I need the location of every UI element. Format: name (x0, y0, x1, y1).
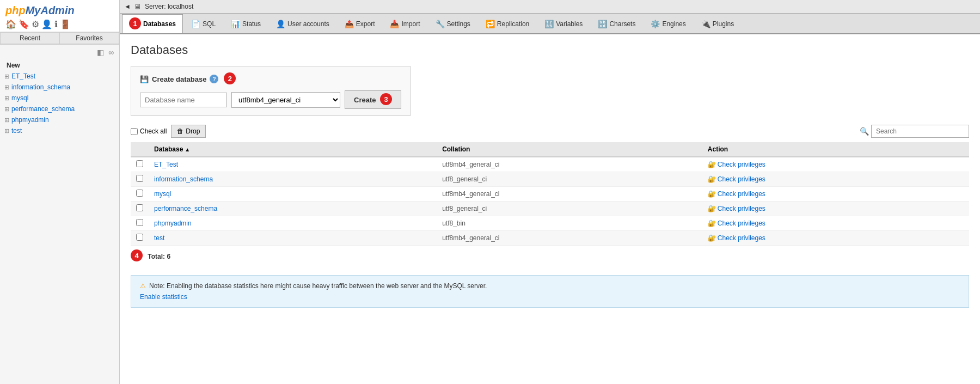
drop-button-label: Drop (186, 127, 200, 135)
tab-databases[interactable]: 1 Databases (122, 14, 183, 34)
collapse-icon[interactable]: ◧ (96, 47, 105, 58)
sidebar-item-new[interactable]: New (2, 60, 119, 71)
sidebar-item-et-test[interactable]: ⊞ ET_Test (0, 71, 119, 82)
bookmark-icon[interactable]: 🔖 (19, 19, 29, 29)
engines-icon: ⚙️ (651, 20, 660, 28)
sidebar-tools: ◧ ∞ (0, 45, 119, 60)
drop-button[interactable]: 🗑 Drop (171, 125, 206, 138)
notice-message: Note: Enabling the database statistics h… (149, 282, 487, 290)
sidebar-item-mysql[interactable]: ⊞ mysql (0, 93, 119, 103)
priv-icon-3: 🔐 (708, 205, 716, 212)
tab-engines[interactable]: ⚙️ Engines (644, 14, 693, 33)
sidebar-db-label: performance_schema (11, 105, 75, 113)
tab-variables[interactable]: 🔣 Variables (537, 14, 590, 33)
badge-1: 1 (129, 17, 141, 29)
row-checkbox-0[interactable] (136, 160, 143, 167)
row-action-5: 🔐 Check privileges (702, 231, 969, 246)
badge-4: 4 (131, 249, 143, 261)
check-privileges-btn-2[interactable]: 🔐 Check privileges (708, 190, 765, 198)
sidebar-item-performance-schema[interactable]: ⊞ performance_schema (0, 103, 119, 114)
db-name-link-5[interactable]: test (154, 234, 164, 242)
nav-tabs: 1 Databases 📄 SQL 📊 Status 👤 User accoun… (120, 14, 980, 34)
logo-area: phpMyAdmin 🏠 🔖 ⚙ 👤 ℹ 🚪 (0, 0, 119, 32)
favorites-button[interactable]: Favorites (59, 32, 119, 44)
sidebar-db-label: information_schema (11, 83, 70, 91)
collation-select[interactable]: utf8mb4_general_ci utf8_general_ci latin… (231, 92, 340, 108)
search-input[interactable] (871, 125, 969, 138)
row-collation-5: utf8mb4_general_ci (437, 231, 702, 246)
row-db-name-0: ET_Test (149, 157, 437, 172)
db-name-link-0[interactable]: ET_Test (154, 161, 178, 168)
tab-settings[interactable]: 🔧 Settings (428, 14, 477, 33)
collapse-sidebar-icon[interactable]: ◄ (124, 3, 131, 10)
sidebar-item-phpmyadmin[interactable]: ⊞ phpmyadmin (0, 114, 119, 125)
check-priv-label-4: Check privileges (718, 220, 765, 227)
recent-button[interactable]: Recent (0, 32, 59, 44)
check-privileges-btn-1[interactable]: 🔐 Check privileges (708, 175, 765, 183)
tab-import[interactable]: 📥 Import (383, 14, 427, 33)
tab-export[interactable]: 📤 Export (338, 14, 382, 33)
sidebar-item-information-schema[interactable]: ⊞ information_schema (0, 82, 119, 93)
db-expand-icon: ⊞ (4, 84, 9, 91)
database-name-input[interactable] (140, 93, 227, 107)
expand-icon[interactable]: ∞ (107, 47, 115, 58)
db-name-link-2[interactable]: mysql (154, 190, 171, 198)
create-db-title: 💾 Create database ? 2 (140, 73, 401, 85)
badge-2: 2 (224, 72, 236, 84)
row-checkbox-5[interactable] (136, 234, 143, 241)
tab-charsets-label: Charsets (609, 20, 635, 28)
check-privileges-btn-4[interactable]: 🔐 Check privileges (708, 220, 765, 227)
server-label: Server: localhost (145, 3, 193, 10)
enable-statistics-link[interactable]: Enable statistics (140, 293, 187, 301)
table-row: mysql utf8mb4_general_ci 🔐 Check privile… (131, 187, 969, 202)
row-action-0: 🔐 Check privileges (702, 157, 969, 172)
check-privileges-btn-5[interactable]: 🔐 Check privileges (708, 234, 765, 242)
home-icon[interactable]: 🏠 (5, 19, 16, 29)
table-row: phpmyadmin utf8_bin 🔐 Check privileges (131, 216, 969, 231)
exit-icon[interactable]: 🚪 (60, 19, 71, 29)
db-expand-icon: ⊞ (4, 127, 9, 135)
page-title: Databases (131, 43, 969, 57)
info-help-icon[interactable]: ? (210, 75, 218, 83)
row-checkbox-4[interactable] (136, 219, 143, 226)
tab-user-accounts[interactable]: 👤 User accounts (269, 14, 336, 33)
check-priv-label-0: Check privileges (718, 161, 765, 168)
drop-icon: 🗑 (177, 127, 183, 135)
info-icon[interactable]: ℹ (54, 19, 58, 29)
sidebar-item-test[interactable]: ⊞ test (0, 125, 119, 136)
settings-icon[interactable]: ⚙ (32, 19, 39, 29)
table-row: test utf8mb4_general_ci 🔐 Check privileg… (131, 231, 969, 246)
tab-sql[interactable]: 📄 SQL (184, 14, 223, 33)
search-box: 🔍 (860, 125, 969, 138)
check-priv-label-2: Check privileges (718, 190, 765, 198)
tab-export-label: Export (356, 20, 375, 28)
database-col-header[interactable]: Database (149, 142, 437, 157)
logo-php: php (5, 4, 26, 16)
row-checkbox-2[interactable] (136, 190, 143, 197)
check-privileges-btn-3[interactable]: 🔐 Check privileges (708, 205, 765, 212)
db-name-link-1[interactable]: information_schema (154, 175, 213, 183)
tab-status[interactable]: 📊 Status (224, 14, 268, 33)
create-button-label: Create (354, 96, 376, 104)
db-name-link-4[interactable]: phpmyadmin (154, 220, 192, 227)
tab-charsets[interactable]: 🔡 Charsets (591, 14, 642, 33)
check-privileges-btn-0[interactable]: 🔐 Check privileges (708, 161, 765, 168)
row-db-name-4: phpmyadmin (149, 216, 437, 231)
row-checkbox-3[interactable] (136, 204, 143, 211)
tab-replication[interactable]: 🔁 Replication (479, 14, 536, 33)
tab-plugins[interactable]: 🔌 Plugins (694, 14, 741, 33)
row-checkbox-cell (131, 216, 149, 231)
row-checkbox-1[interactable] (136, 175, 143, 182)
db-name-link-3[interactable]: performance_schema (154, 205, 217, 212)
check-all-label[interactable]: Check all (131, 127, 167, 135)
user-icon[interactable]: 👤 (41, 19, 52, 29)
row-checkbox-cell (131, 231, 149, 246)
badge-3: 3 (380, 93, 392, 105)
create-db-label: Create database (152, 75, 206, 83)
create-database-button[interactable]: Create 3 (345, 90, 401, 109)
sidebar-tree: New ⊞ ET_Test ⊞ information_schema ⊞ mys… (0, 60, 119, 384)
row-collation-4: utf8_bin (437, 216, 702, 231)
row-action-1: 🔐 Check privileges (702, 172, 969, 187)
check-all-checkbox[interactable] (131, 128, 138, 135)
tab-status-label: Status (242, 20, 261, 28)
